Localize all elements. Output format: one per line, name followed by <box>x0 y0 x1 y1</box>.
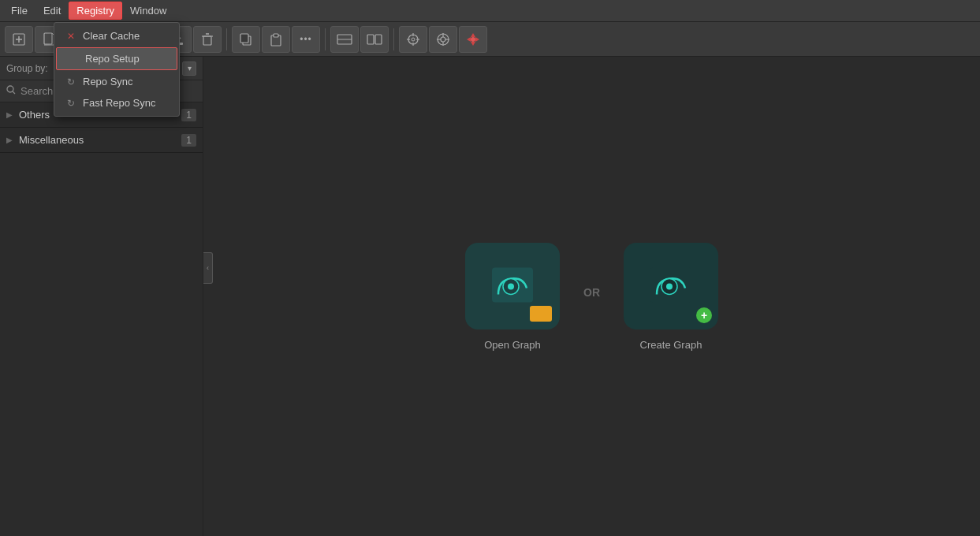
dropdown-fast-repo-sync[interactable]: ↻ Fast Repo Sync <box>54 92 179 114</box>
svg-rect-13 <box>240 34 248 43</box>
group-by-dropdown[interactable]: ▾ <box>182 61 196 76</box>
create-graph-icon: + <box>624 243 718 329</box>
create-plus-badge: + <box>696 307 712 323</box>
menu-window[interactable]: Window <box>122 2 174 20</box>
toolbar-sep-4 <box>393 28 394 50</box>
create-graph-label: Create Graph <box>640 339 702 351</box>
toolbar-crosshair-btn[interactable] <box>399 26 427 53</box>
graph-actions: Open Graph OR + <box>465 243 718 351</box>
svg-rect-18 <box>367 35 374 44</box>
svg-rect-3 <box>44 33 52 44</box>
tree-item-miscellaneous[interactable]: ▶ Miscellaneous 1 <box>0 128 203 153</box>
toolbar-snowflake-btn[interactable] <box>459 26 487 53</box>
dropdown-repo-setup[interactable]: Repo Setup <box>56 47 177 70</box>
svg-rect-15 <box>274 34 278 37</box>
chevron-right-icon: ▶ <box>6 110 14 119</box>
svg-point-25 <box>412 38 415 41</box>
toolbar-sep-2 <box>226 28 227 50</box>
menu-file[interactable]: File <box>3 2 35 20</box>
open-graph-icon <box>465 243 560 329</box>
svg-point-37 <box>7 86 13 92</box>
chevron-right-icon-2: ▶ <box>6 136 14 144</box>
menu-edit[interactable]: Edit <box>35 2 69 20</box>
toolbar-sep-3 <box>325 28 326 50</box>
svg-rect-19 <box>375 35 382 44</box>
toolbar-copy-btn[interactable] <box>232 26 260 53</box>
svg-point-32 <box>471 37 475 42</box>
graph-center: Open Graph OR + <box>465 243 718 351</box>
right-panel: Open Graph OR + <box>203 57 980 536</box>
toolbar-more-btn[interactable]: ••• <box>292 26 320 53</box>
tree-item-others-count: 1 <box>181 109 196 121</box>
collapse-panel-handle[interactable]: ‹ <box>203 252 213 284</box>
toolbar-paste-btn[interactable] <box>262 26 290 53</box>
fast-repo-sync-icon: ↻ <box>65 98 76 109</box>
svg-marker-34 <box>471 42 475 46</box>
left-panel: Group by: ▾ Search ▶ Others 1 ▶ Miscella… <box>0 57 203 536</box>
svg-point-27 <box>441 37 445 42</box>
svg-marker-35 <box>467 37 471 42</box>
open-graph-btn[interactable]: Open Graph <box>465 243 560 351</box>
open-folder-badge <box>530 306 552 322</box>
svg-line-38 <box>13 91 15 94</box>
or-divider: OR <box>583 286 600 299</box>
svg-marker-33 <box>471 33 475 37</box>
repo-sync-icon: ↻ <box>65 76 76 87</box>
tree-item-misc-label: Miscellaneous <box>19 134 181 146</box>
svg-rect-9 <box>203 36 211 45</box>
menu-bar: File Edit Registry Window ✕ Clear Cache … <box>0 0 980 22</box>
open-graph-label: Open Graph <box>484 339 541 351</box>
svg-marker-36 <box>475 37 479 42</box>
dropdown-repo-sync[interactable]: ↻ Repo Sync <box>54 71 179 92</box>
x-icon: ✕ <box>65 31 76 42</box>
toolbar-target-btn[interactable] <box>429 26 457 53</box>
dropdown-clear-cache[interactable]: ✕ Clear Cache <box>54 25 179 47</box>
search-text: Search <box>20 85 53 97</box>
create-graph-btn[interactable]: + Create Graph <box>624 243 718 351</box>
registry-dropdown: ✕ Clear Cache Repo Setup ↻ Repo Sync ↻ F… <box>54 22 180 117</box>
toolbar-delete-btn[interactable] <box>193 26 222 53</box>
tree-item-misc-count: 1 <box>181 134 196 147</box>
svg-point-44 <box>666 283 673 289</box>
toolbar-add-btn[interactable] <box>5 26 33 53</box>
search-icon <box>6 85 16 97</box>
svg-point-41 <box>508 283 514 289</box>
group-by-label: Group by: <box>6 63 48 74</box>
main-layout: Group by: ▾ Search ▶ Others 1 ▶ Miscella… <box>0 57 980 536</box>
menu-registry[interactable]: Registry <box>69 2 122 20</box>
toolbar-block2-btn[interactable] <box>360 26 389 53</box>
toolbar-block1-btn[interactable] <box>330 26 359 53</box>
